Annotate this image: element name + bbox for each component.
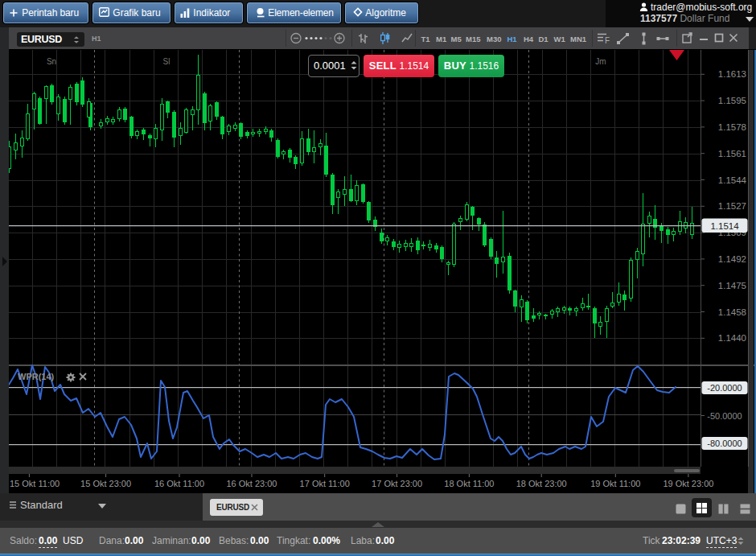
svg-text:19 Okt 11:00: 19 Okt 11:00: [590, 479, 640, 488]
svg-text:Sl: Sl: [163, 57, 171, 66]
svg-text:1.1492: 1.1492: [718, 254, 746, 264]
svg-text:1.1613: 1.1613: [718, 69, 746, 79]
svg-text:1.1475: 1.1475: [718, 281, 746, 290]
svg-text:-50.0000: -50.0000: [707, 411, 742, 421]
svg-text:15 Okt 11:00: 15 Okt 11:00: [10, 479, 60, 488]
svg-text:Jm: Jm: [595, 57, 606, 66]
svg-text:WPR(14): WPR(14): [18, 372, 55, 381]
svg-text:18 Okt 23:00: 18 Okt 23:00: [516, 479, 567, 488]
svg-text:1.1527: 1.1527: [718, 201, 746, 211]
svg-text:17 Okt 23:00: 17 Okt 23:00: [372, 479, 422, 488]
svg-text:Sn: Sn: [47, 57, 56, 66]
svg-text:15 Okt 23:00: 15 Okt 23:00: [80, 479, 131, 488]
svg-text:-80.0000: -80.0000: [707, 439, 742, 448]
svg-text:1.1458: 1.1458: [718, 307, 746, 317]
svg-text:1.1440: 1.1440: [718, 333, 746, 343]
svg-text:1.1561: 1.1561: [718, 149, 746, 159]
svg-text:17 Okt 11:00: 17 Okt 11:00: [300, 479, 350, 488]
svg-text:-20.0000: -20.0000: [707, 383, 742, 393]
svg-text:1.1578: 1.1578: [718, 122, 746, 132]
svg-text:1.1595: 1.1595: [718, 96, 746, 105]
svg-text:19 Okt 23:00: 19 Okt 23:00: [663, 479, 713, 488]
svg-text:18 Okt 11:00: 18 Okt 11:00: [444, 479, 494, 488]
svg-text:F: F: [605, 36, 610, 43]
svg-text:16 Okt 11:00: 16 Okt 11:00: [154, 479, 204, 488]
svg-text:1.1514: 1.1514: [710, 221, 739, 231]
svg-text:16 Okt 23:00: 16 Okt 23:00: [227, 479, 277, 488]
svg-text:1.1544: 1.1544: [718, 175, 747, 185]
